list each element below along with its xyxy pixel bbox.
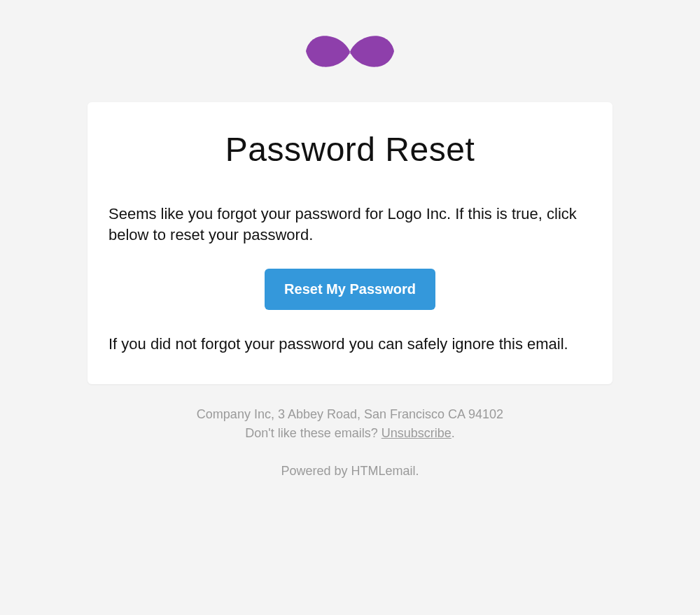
unsubscribe-prefix: Don't like these emails? [245,426,382,440]
bowtie-icon [304,31,396,74]
page-title: Password Reset [108,130,592,169]
logo-wrap [88,31,612,74]
intro-text: Seems like you forgot your password for … [108,204,592,245]
ignore-text: If you did not forgot your password you … [108,334,592,355]
reset-password-button[interactable]: Reset My Password [265,269,435,310]
unsubscribe-link[interactable]: Unsubscribe [382,426,451,440]
footer-address: Company Inc, 3 Abbey Road, San Francisco… [88,405,612,424]
footer: Company Inc, 3 Abbey Road, San Francisco… [88,405,612,443]
button-wrap: Reset My Password [108,269,592,310]
footer-unsubscribe-line: Don't like these emails? Unsubscribe. [88,424,612,443]
footer-powered-by: Powered by HTMLemail. [88,464,612,479]
email-card: Password Reset Seems like you forgot you… [88,102,612,384]
email-container: Password Reset Seems like you forgot you… [88,31,612,479]
unsubscribe-suffix: . [451,426,455,440]
